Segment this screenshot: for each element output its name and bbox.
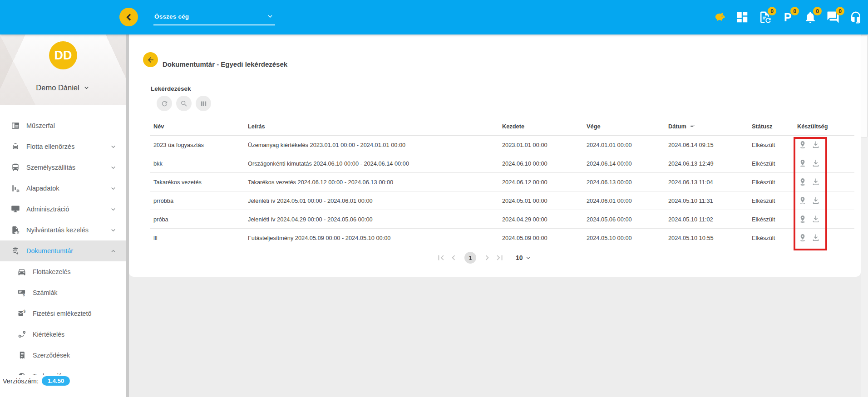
download-icon[interactable] xyxy=(811,196,820,205)
topbar-icon-button[interactable] xyxy=(849,10,863,24)
sidebar: DD Demo Dániel Műszerfal Flotta xyxy=(0,34,129,397)
page-size-selector[interactable]: 10 xyxy=(516,254,532,261)
cell-end: 2024.05.10 00:00 xyxy=(583,235,665,241)
pin-drop-icon[interactable] xyxy=(798,159,807,168)
topbar: Összes cég 0 xyxy=(0,0,868,34)
notification-badge: 0 xyxy=(790,7,799,15)
column-header[interactable]: Dátum xyxy=(665,123,748,130)
user-menu[interactable]: Demo Dániel xyxy=(0,83,126,92)
table-row[interactable]: Takarékos vezetés Takarékos vezetés 2024… xyxy=(150,173,854,191)
download-icon[interactable] xyxy=(811,159,820,168)
sidebar-item[interactable]: Alapadatok xyxy=(0,178,126,199)
sidebar-item-label: Műszerfal xyxy=(26,122,55,129)
cell-date: 2024.05.10 10:55 xyxy=(665,235,748,241)
toolbar-button[interactable] xyxy=(196,96,211,111)
page-size-value: 10 xyxy=(516,254,523,261)
arrow-left-icon xyxy=(147,56,155,64)
submenu-item[interactable]: Számlák xyxy=(0,282,126,303)
cell-actions xyxy=(794,233,854,242)
sidebar-item[interactable]: Nyilvántartás kezelés xyxy=(0,220,126,240)
chevron-down-icon xyxy=(109,226,117,234)
cell-actions xyxy=(794,140,854,149)
invoice-icon xyxy=(17,288,26,297)
cell-actions xyxy=(794,159,854,168)
table-row[interactable]: prróbba Jelenléti ív 2024.05.01 00:00 - … xyxy=(150,191,854,210)
page-scrollbar[interactable] xyxy=(861,34,868,397)
cell-actions xyxy=(794,177,854,186)
column-header[interactable]: Leírás xyxy=(244,123,498,130)
table-row[interactable]: 2023 üa fogyasztás Üzemanyag kiértékelés… xyxy=(150,136,854,154)
first-page-button[interactable] xyxy=(436,253,446,263)
topbar-icon-button[interactable]: 0 xyxy=(826,10,840,24)
pin-drop-icon[interactable] xyxy=(798,196,807,205)
download-icon[interactable] xyxy=(811,177,820,186)
previous-page-button[interactable] xyxy=(449,253,459,263)
sidebar-item[interactable]: Dokumentumtár xyxy=(0,240,126,261)
company-selector[interactable]: Összes cég xyxy=(153,10,275,25)
cell-description: Országonkénti kimutatás 2024.06.10 00:00… xyxy=(244,160,498,167)
topbar-icon-button[interactable]: 0 xyxy=(758,10,772,24)
contract-icon xyxy=(17,351,26,360)
table-header-row: Név Leírás Kezdete xyxy=(150,117,854,136)
column-header[interactable]: Név xyxy=(150,123,244,130)
back-button[interactable] xyxy=(143,52,158,67)
download-icon[interactable] xyxy=(811,215,820,224)
sidebar-scrollbar[interactable] xyxy=(126,34,129,397)
download-icon[interactable] xyxy=(811,140,820,149)
submenu-item[interactable]: Fizetési emlékeztető xyxy=(0,303,126,324)
app-window: Összes cég 0 xyxy=(0,0,868,397)
sidebar-item[interactable]: Személyszállítás xyxy=(0,157,126,178)
cell-end: 2024.05.06 00:00 xyxy=(583,216,665,223)
sidebar-menu: Műszerfal Flotta ellenőrzés Személyszáll… xyxy=(0,115,126,387)
last-page-button[interactable] xyxy=(495,253,505,263)
sidebar-collapse-button[interactable] xyxy=(119,8,138,26)
table-toolbar xyxy=(157,96,211,111)
pin-drop-icon[interactable] xyxy=(798,140,807,149)
submenu-item[interactable]: Flottakezelés xyxy=(0,261,126,282)
download-icon[interactable] xyxy=(811,233,820,242)
pin-drop-icon[interactable] xyxy=(798,215,807,224)
page-scrollbar-thumb[interactable] xyxy=(861,35,868,137)
user-name-label: Demo Dániel xyxy=(36,83,79,92)
cell-name: Takarékos vezetés xyxy=(150,179,244,186)
column-header-label: Vége xyxy=(587,123,601,130)
pin-drop-icon[interactable] xyxy=(798,233,807,242)
cell-date: 2024.05.10 11:02 xyxy=(665,216,748,223)
sidebar-item[interactable]: Adminisztráció xyxy=(0,199,126,220)
company-selector-value: Összes cég xyxy=(154,13,189,20)
notification-badge: 0 xyxy=(813,7,822,15)
topbar-icon-button[interactable] xyxy=(735,10,749,24)
cell-name: prróbba xyxy=(150,197,244,204)
notification-badge: 0 xyxy=(768,7,776,15)
chevron-up-icon xyxy=(109,247,117,255)
submenu-item-label: Számlák xyxy=(33,289,57,296)
topbar-icon-button[interactable]: 0 xyxy=(781,10,794,24)
next-page-button[interactable] xyxy=(482,253,492,263)
column-header-label: Név xyxy=(153,123,164,130)
sidebar-item[interactable]: Flotta ellenőrzés xyxy=(0,136,126,157)
topbar-icon-button[interactable] xyxy=(713,10,726,24)
table-row[interactable]: bkk Országonkénti kimutatás 2024.06.10 0… xyxy=(150,154,854,173)
document-gear-icon xyxy=(11,225,20,235)
chevron-down-icon xyxy=(266,12,274,20)
sort-icon xyxy=(690,123,696,129)
submenu-item[interactable]: Kiértékelés xyxy=(0,324,126,345)
cell-start: 2024.06.12 00:00 xyxy=(498,179,583,186)
topbar-icon-button[interactable]: 0 xyxy=(804,10,817,24)
pin-drop-icon[interactable] xyxy=(798,177,807,186)
column-header[interactable]: Készültség xyxy=(794,123,854,130)
database-download-icon xyxy=(11,246,20,255)
chevron-down-icon xyxy=(109,185,117,192)
submenu-item[interactable]: Szerződések xyxy=(0,345,126,366)
column-header[interactable]: Kezdete xyxy=(498,123,583,130)
sidebar-item[interactable]: Műszerfal xyxy=(0,115,126,136)
avatar[interactable]: DD xyxy=(49,41,77,69)
toolbar-button[interactable] xyxy=(176,96,192,111)
columns-icon xyxy=(200,100,207,108)
table-row[interactable]: próba Jelenléti ív 2024.04.29 00:00 - 20… xyxy=(150,210,854,229)
toolbar-button[interactable] xyxy=(157,96,172,111)
column-header[interactable]: Vége xyxy=(583,123,665,130)
column-header[interactable]: Státusz xyxy=(748,123,794,130)
current-page[interactable]: 1 xyxy=(464,252,476,264)
table-row[interactable]: lll Futásteljesítmény 2024.05.09 00:00 -… xyxy=(150,229,854,247)
